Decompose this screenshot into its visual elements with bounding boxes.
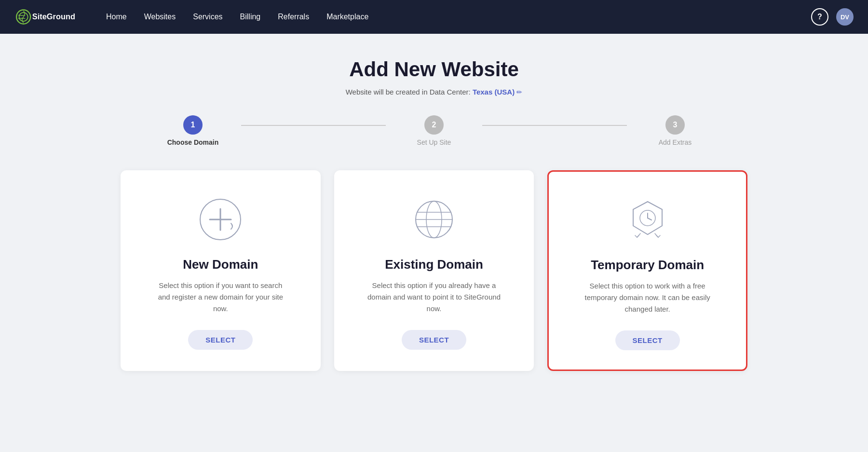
step-circle-3: 3 (665, 115, 685, 135)
step-line-2 (482, 125, 627, 126)
main-content: Add New Website Website will be created … (96, 34, 772, 395)
nav-websites[interactable]: Websites (144, 13, 176, 21)
existing-domain-title: Existing Domain (385, 257, 483, 272)
step-line-1 (241, 125, 386, 126)
page-subtitle: Website will be created in Data Center: … (116, 88, 752, 96)
nav-billing[interactable]: Billing (240, 13, 261, 21)
page-title: Add New Website (116, 58, 752, 81)
step-label-1: Choose Domain (167, 138, 219, 146)
temporary-domain-icon (624, 196, 672, 246)
temporary-domain-desc: Select this option to work with a free t… (580, 280, 715, 315)
header-right: ? DV (811, 8, 854, 26)
card-temporary-domain[interactable]: Temporary Domain Select this option to w… (547, 170, 747, 371)
main-nav: Home Websites Services Billing Referrals… (106, 13, 368, 21)
card-new-domain[interactable]: New Domain Select this option if you wan… (121, 170, 321, 371)
step-circle-2: 2 (424, 115, 444, 135)
existing-domain-desc: Select this option if you already have a… (366, 280, 502, 315)
domain-cards: New Domain Select this option if you wan… (121, 170, 747, 371)
avatar[interactable]: DV (836, 8, 854, 26)
header-left: SiteGround Home Websites Services Billin… (14, 7, 368, 27)
stepper: 1 Choose Domain 2 Set Up Site 3 Add Extr… (116, 115, 752, 146)
nav-referrals[interactable]: Referrals (278, 13, 309, 21)
step-label-3: Add Extras (659, 138, 692, 146)
temporary-domain-title: Temporary Domain (591, 258, 704, 273)
nav-marketplace[interactable]: Marketplace (326, 13, 368, 21)
step-add-extras: 3 Add Extras (627, 115, 723, 146)
new-domain-desc: Select this option if you want to search… (153, 280, 288, 315)
card-existing-domain[interactable]: Existing Domain Select this option if yo… (334, 170, 534, 371)
svg-line-13 (648, 218, 651, 220)
step-choose-domain: 1 Choose Domain (145, 115, 241, 146)
existing-domain-select-button[interactable]: SELECT (402, 330, 466, 350)
help-button[interactable]: ? (811, 8, 828, 26)
header: SiteGround Home Websites Services Billin… (0, 0, 868, 34)
edit-icon[interactable]: ✏ (516, 88, 522, 96)
new-domain-select-button[interactable]: SELECT (188, 330, 253, 350)
data-center-link[interactable]: Texas (USA) (473, 88, 515, 96)
step-circle-1: 1 (183, 115, 203, 135)
new-domain-title: New Domain (183, 257, 258, 272)
svg-text:SiteGround: SiteGround (32, 12, 75, 21)
new-domain-icon (196, 195, 244, 246)
logo[interactable]: SiteGround (14, 7, 87, 27)
nav-services[interactable]: Services (193, 13, 222, 21)
temporary-domain-select-button[interactable]: SELECT (615, 330, 680, 350)
step-label-2: Set Up Site (417, 138, 451, 146)
nav-home[interactable]: Home (106, 13, 127, 21)
existing-domain-icon (410, 195, 458, 246)
step-set-up-site: 2 Set Up Site (386, 115, 482, 146)
